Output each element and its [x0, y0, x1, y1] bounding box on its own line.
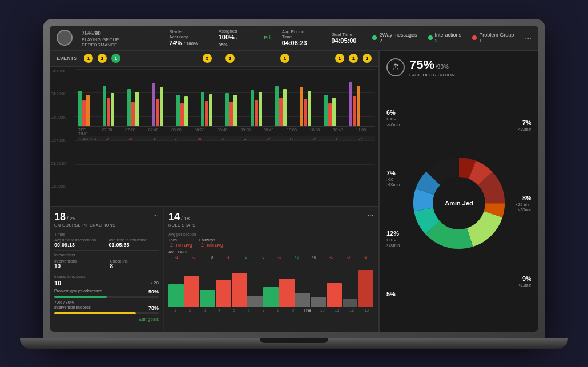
pace-pct: 75%: [409, 58, 434, 72]
role-dots[interactable]: ···: [368, 211, 373, 219]
goal-count-row: 10 / 20: [54, 280, 159, 287]
badge-dot-interactions: [428, 35, 433, 40]
laptop-base: [20, 338, 568, 349]
header-bar: 75%/90 PLAYING GROUP PERFORMANCE Starter…: [50, 26, 538, 51]
on-course-panel: 18 / 25 ON COURSE INTERACTIONS ··· Times: [50, 207, 164, 332]
label-5: 5%: [386, 290, 400, 298]
tee-times: 07:00 07:20 07:40 08:00 08:20 08:40 09:2…: [96, 128, 372, 136]
edit-button[interactable]: Edit: [264, 35, 273, 41]
goals-label: Interactions goals: [54, 275, 159, 279]
bar-group-11: [324, 95, 347, 126]
y-axis-labels: 04:40:00 04:20:00 04:00:00 03:40:00 03:2…: [51, 69, 66, 189]
on-course-dots[interactable]: ···: [153, 211, 159, 219]
badge-interactions: Interactions 2: [428, 32, 466, 43]
tees-fairways: Tees -2 min avg Fairways -2 min avg: [168, 238, 373, 248]
bar-group-5: [176, 95, 199, 126]
success-bar-wrap: [54, 312, 159, 314]
assigned-stat: Assigned 100% / 95%: [219, 29, 248, 47]
label-20-30: 7% >20 ->30min: [386, 169, 400, 187]
chart-area: 04:40:00 04:20:00 04:00:00 03:40:00 03:2…: [50, 67, 378, 206]
pace-labels-left: 6% >30 ->40min 7% >20 ->30min 12%: [386, 82, 400, 325]
event-circle-1: 1: [84, 54, 93, 63]
pace-dist-label: PACE DISTRIBUTION: [409, 72, 455, 78]
bottom-panels: 18 / 25 ON COURSE INTERACTIONS ··· Times: [50, 206, 378, 332]
goal-time-stat: Goal Time 04:05:00: [331, 32, 356, 44]
event-circle-5: 5: [203, 54, 212, 63]
edit-goals-button[interactable]: Edit goals: [54, 317, 159, 322]
avg-correction: Avg time to correction 01:05:65: [109, 238, 159, 248]
problem-bar-wrap: [54, 296, 159, 298]
fairways-section: Fairways -2 min avg: [199, 238, 223, 248]
pace-labels-right: 7% <30min 8% <20min -<30min 9%: [516, 82, 531, 325]
performance-label: PLAYING GROUP PERFORMANCE: [82, 37, 155, 47]
starter-row: STARTER -2 -3 +4 -3 -5 -1 -2: [78, 136, 375, 141]
avg-pace-label: AVG PACE: [168, 250, 373, 254]
bar-group-10: [300, 87, 323, 126]
tee-time-label: TEE TIME: [78, 128, 96, 136]
pace-dist-panel: ⏱ 75% /90% PACE DISTRIBUTION: [378, 51, 538, 332]
events-bar: EVENTS 1 2 1 5 2 1: [50, 51, 378, 67]
event-circle-2: 2: [98, 54, 107, 63]
event-circle-10: 2: [363, 54, 372, 63]
bar-group-4: [152, 83, 175, 126]
avg-intervention: Avg time to intervention 00:09:13: [54, 238, 104, 248]
on-course-count: 18: [54, 211, 66, 223]
starter-accuracy-stat: Starter Accuracy 74% / 100%: [169, 29, 202, 46]
event-circle-9: 1: [349, 54, 358, 63]
event-circle-8: 1: [335, 54, 344, 63]
role-sub: / 18: [181, 216, 190, 221]
left-panel: EVENTS 1 2 1 5 2 1: [50, 51, 378, 332]
avatar: [57, 30, 73, 46]
role-label: ROLE STATS: [168, 223, 196, 227]
divider-1: [54, 250, 159, 251]
role-count: 14: [168, 211, 180, 223]
events-label: EVENTS: [57, 55, 77, 61]
label-10-20: 12% >10 ->20min: [386, 229, 400, 248]
badge-problem: Problem Group 1: [472, 32, 518, 43]
laptop-wrapper: 75%/90 PLAYING GROUP PERFORMANCE Starter…: [20, 7, 568, 361]
pace-header: ⏱ 75% /90% PACE DISTRIBUTION: [386, 58, 531, 78]
avg-round-stat: Avg Round Time 04:08:23: [282, 29, 316, 46]
event-circle-3: 1: [111, 54, 120, 63]
bar-group-12: [349, 82, 372, 126]
bar-group-3: [127, 89, 150, 126]
label-30-40: 6% >30 ->40min: [386, 108, 400, 127]
hole-numbers-row: 1 2 3 4 5 6 7 8 9 HW: [168, 308, 373, 312]
interventions-card: Interventions 10: [54, 259, 103, 269]
badge-dot-2way: [372, 35, 377, 40]
avg-pace-chart: [168, 261, 373, 307]
time-metrics: Avg time to intervention 00:09:13 Avg ti…: [54, 238, 159, 248]
event-circle-7: 1: [280, 54, 289, 63]
label-lt10: 9% <10min: [516, 275, 531, 288]
bar-group-1: [78, 91, 101, 126]
avg-section-label: Avg per section: [168, 232, 373, 236]
bar-group-8: [251, 90, 273, 126]
bar-group-2: [103, 86, 126, 126]
on-course-label: ON COURSE INTERACTIONS: [54, 223, 115, 227]
goal-count: 10: [54, 280, 61, 287]
role-stats-panel: 14 / 18 ROLE STATS ··· Avg per section: [164, 207, 378, 332]
main-content: EVENTS 1 2 1 5 2 1: [50, 51, 538, 332]
bar-group-9: [275, 86, 298, 126]
pace-numbers-row: -1 -2 +0 -1 +2 +0 -1 +2 +0: [168, 255, 373, 259]
performance-section: 75%/90 PLAYING GROUP PERFORMANCE: [82, 28, 155, 47]
checkins-card: Check Ins 8: [110, 259, 159, 269]
problem-bar-fill: [54, 296, 107, 298]
header-badges: 2Way messages 2 Interactions 2 Problem G…: [372, 32, 531, 43]
laptop-screen: 75%/90 PLAYING GROUP PERFORMANCE Starter…: [50, 26, 538, 332]
dots-menu[interactable]: ···: [525, 33, 531, 42]
interactions-section-label: Interactions: [54, 253, 159, 257]
bar-group-6: [201, 92, 224, 126]
speedometer-icon: ⏱: [386, 58, 405, 76]
divider-2: [54, 272, 159, 272]
pace-title: 75% /90% PACE DISTRIBUTION: [409, 58, 455, 78]
starter-label: STARTER: [78, 137, 96, 141]
goal-sub: / 20: [151, 280, 159, 285]
on-course-sub: / 25: [67, 216, 75, 221]
user-label: Amin Jed: [445, 200, 473, 207]
dashboard: 75%/90 PLAYING GROUP PERFORMANCE Starter…: [50, 26, 538, 332]
laptop-body: 75%/90 PLAYING GROUP PERFORMANCE Starter…: [43, 19, 545, 338]
tees-section: Tees -2 min avg: [168, 238, 192, 248]
tee-time-row: TEE TIME 07:00 07:20 07:40 08:00 08:20 0…: [78, 126, 375, 136]
badge-2way: 2Way messages 2: [372, 32, 421, 43]
